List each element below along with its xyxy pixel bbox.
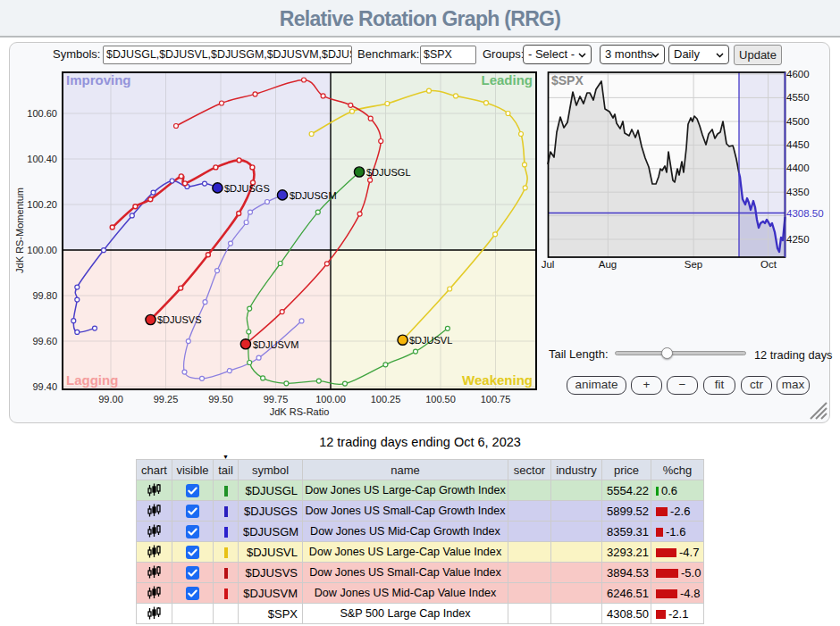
svg-text:4550: 4550 — [786, 92, 810, 103]
svg-text:$DJUSGS: $DJUSGS — [224, 183, 270, 194]
svg-text:Jul: Jul — [542, 259, 555, 270]
svg-text:99.00: 99.00 — [98, 394, 123, 405]
svg-text:99.80: 99.80 — [32, 290, 57, 301]
svg-text:100.00: 100.00 — [27, 245, 57, 255]
svg-text:100.75: 100.75 — [481, 394, 511, 405]
svg-text:$DJUSGM: $DJUSGM — [290, 190, 337, 201]
svg-text:Leading: Leading — [481, 72, 533, 88]
svg-text:99.60: 99.60 — [32, 336, 57, 346]
svg-text:100.60: 100.60 — [27, 108, 57, 119]
svg-text:$SPX: $SPX — [551, 73, 584, 88]
svg-text:$DJUSVM: $DJUSVM — [253, 339, 298, 350]
svg-text:100.50: 100.50 — [425, 394, 456, 405]
svg-text:JdK RS-Ratio: JdK RS-Ratio — [270, 406, 330, 417]
svg-text:100.40: 100.40 — [27, 154, 57, 164]
svg-text:Oct: Oct — [760, 259, 777, 270]
svg-text:Weakening: Weakening — [462, 372, 533, 388]
svg-text:$DJUSGL: $DJUSGL — [366, 167, 411, 178]
svg-text:99.75: 99.75 — [264, 394, 289, 405]
svg-text:99.50: 99.50 — [208, 394, 233, 405]
svg-text:100.00: 100.00 — [315, 394, 346, 405]
svg-text:Aug: Aug — [599, 259, 617, 270]
svg-text:99.25: 99.25 — [154, 394, 179, 405]
svg-text:4350: 4350 — [786, 187, 810, 197]
svg-text:Lagging: Lagging — [66, 372, 118, 388]
svg-text:100.20: 100.20 — [27, 199, 57, 210]
svg-text:100.25: 100.25 — [371, 394, 401, 405]
svg-text:$DJUSVS: $DJUSVS — [157, 314, 202, 325]
svg-text:4250: 4250 — [786, 234, 810, 245]
svg-text:4500: 4500 — [786, 116, 810, 127]
svg-text:4600: 4600 — [786, 69, 810, 79]
svg-text:99.40: 99.40 — [32, 381, 57, 392]
svg-text:4400: 4400 — [786, 163, 810, 173]
svg-text:4308.50: 4308.50 — [786, 208, 824, 219]
svg-text:Sep: Sep — [685, 259, 702, 270]
svg-text:JdK RS-Momentum: JdK RS-Momentum — [14, 188, 25, 273]
svg-text:$DJUSVL: $DJUSVL — [409, 335, 452, 346]
svg-text:4450: 4450 — [786, 139, 810, 150]
svg-text:Improving: Improving — [66, 72, 131, 88]
